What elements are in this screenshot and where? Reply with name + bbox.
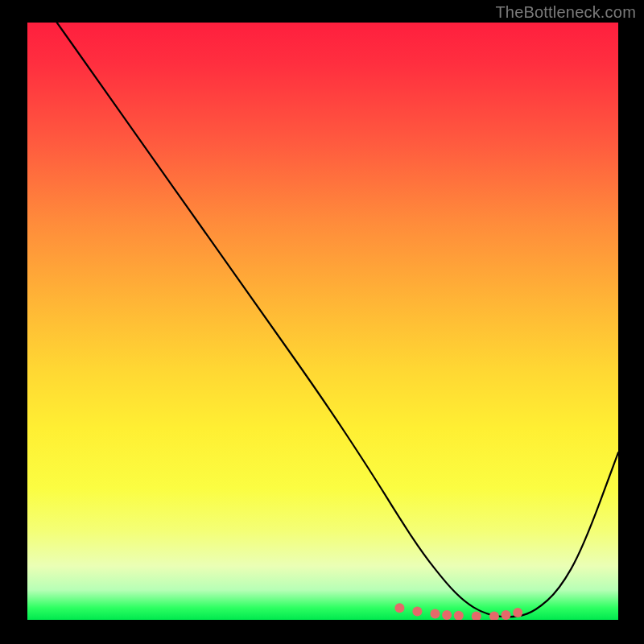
highlight-dot (394, 603, 404, 613)
highlight-dot (502, 610, 511, 620)
highlight-dot (412, 607, 422, 617)
chart-curve (57, 23, 618, 617)
highlight-dot (442, 610, 452, 620)
highlight-dot (513, 608, 522, 617)
highlight-dot (472, 612, 481, 621)
highlight-dot (431, 609, 440, 619)
highlight-dot (454, 611, 464, 620)
chart-svg (27, 23, 618, 620)
chart-highlight-dots (394, 603, 522, 620)
highlight-dot (489, 612, 499, 621)
chart-plot-area (27, 23, 618, 620)
watermark-text: TheBottleneck.com (495, 3, 636, 22)
